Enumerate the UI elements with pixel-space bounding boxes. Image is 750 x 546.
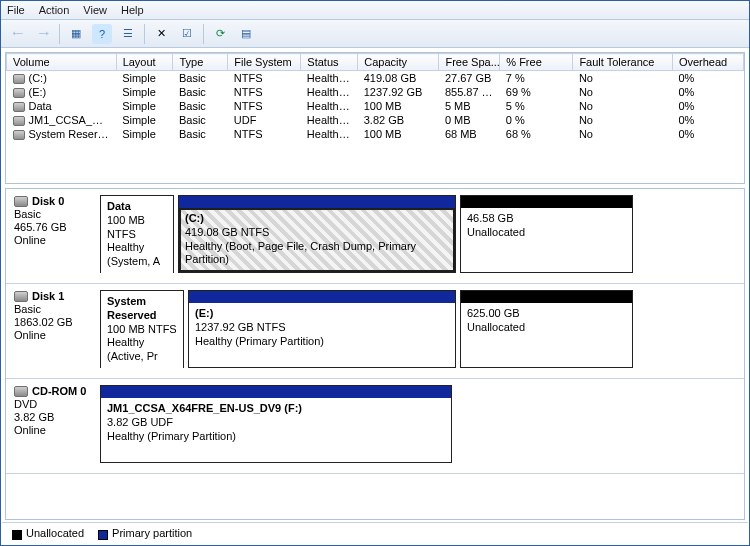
volume-row[interactable]: JM1_CCSA_X64FR...SimpleBasicUDFHealthy (… — [7, 113, 744, 127]
disk-name: Disk 1 — [32, 290, 64, 302]
menu-view[interactable]: View — [83, 4, 107, 16]
disk-row: Disk 1Basic1863.02 GBOnlineSystem Reserv… — [6, 284, 744, 379]
cell: No — [573, 71, 672, 86]
disk-label[interactable]: CD-ROM 0DVD3.82 GBOnline — [6, 379, 100, 473]
cell: Simple — [116, 127, 173, 141]
nav-back-icon[interactable]: ⭠ — [7, 24, 27, 44]
drive-icon — [13, 102, 25, 112]
cell: 419.08 GB — [358, 71, 439, 86]
cell: No — [573, 127, 672, 141]
column-header[interactable]: % Free — [500, 54, 573, 71]
disk-state: Online — [14, 234, 92, 246]
volume-row[interactable]: System Reserved (...SimpleBasicNTFSHealt… — [7, 127, 744, 141]
partition-info: JM1_CCSA_X64FRE_EN-US_DV9 (F:)3.82 GB UD… — [101, 398, 451, 462]
legend-swatch-primary — [98, 530, 108, 540]
cell: (E:) — [7, 85, 117, 99]
cell: Basic — [173, 113, 228, 127]
column-header[interactable]: Status — [301, 54, 358, 71]
disk-state: Online — [14, 329, 92, 341]
partition-status: Healthy (Active, Pr — [107, 336, 158, 362]
partition-color-bar — [179, 196, 455, 208]
cell: 1237.92 GB — [358, 85, 439, 99]
column-header[interactable]: Type — [173, 54, 228, 71]
disk-icon — [14, 386, 28, 397]
menu-help[interactable]: Help — [121, 4, 144, 16]
cell: 68 % — [500, 127, 573, 141]
refresh-icon[interactable]: ⟳ — [210, 24, 230, 44]
partition-status: Unallocated — [467, 226, 525, 238]
nav-forward-icon[interactable]: ⭢ — [33, 24, 53, 44]
cell: NTFS — [228, 127, 301, 141]
column-header[interactable]: Capacity — [358, 54, 439, 71]
disk-map-panel[interactable]: Disk 0Basic465.76 GBOnlineData100 MB NTF… — [5, 188, 745, 520]
properties-icon[interactable]: ☰ — [118, 24, 138, 44]
disk-size: 465.76 GB — [14, 221, 92, 233]
legend: Unallocated Primary partition — [2, 522, 748, 544]
drive-icon — [13, 74, 25, 84]
disk-label[interactable]: Disk 1Basic1863.02 GBOnline — [6, 284, 100, 378]
cell: 100 MB — [358, 127, 439, 141]
cell: Data — [7, 99, 117, 113]
column-header[interactable]: File System — [228, 54, 301, 71]
partition-size: 625.00 GB — [467, 307, 520, 319]
disk-label[interactable]: Disk 0Basic465.76 GBOnline — [6, 189, 100, 283]
partition-title: System Reserved — [107, 295, 157, 321]
partition-size: 1237.92 GB NTFS — [195, 321, 286, 333]
cell: 0% — [672, 113, 743, 127]
cell: UDF — [228, 113, 301, 127]
column-header[interactable]: Layout — [116, 54, 173, 71]
disk-icon — [14, 291, 28, 302]
column-header[interactable]: Volume — [7, 54, 117, 71]
toolbar: ⭠ ⭢ ▦ ? ☰ ✕ ☑ ⟳ ▤ — [1, 20, 749, 48]
partition[interactable]: System Reserved100 MB NTFSHealthy (Activ… — [100, 290, 184, 368]
partition-size: 100 MB NTFS — [107, 214, 145, 240]
partition-size: 100 MB NTFS — [107, 323, 177, 335]
disk-name: CD-ROM 0 — [32, 385, 86, 397]
menubar[interactable]: File Action View Help — [1, 1, 749, 20]
column-header[interactable]: Free Spa... — [439, 54, 500, 71]
partition-status: Healthy (Primary Partition) — [107, 430, 236, 442]
partition-color-bar — [189, 291, 455, 303]
cell: Basic — [173, 71, 228, 86]
show-tree-icon[interactable]: ▦ — [66, 24, 86, 44]
help-icon[interactable]: ? — [92, 24, 112, 44]
partition[interactable]: (E:)1237.92 GB NTFSHealthy (Primary Part… — [188, 290, 456, 368]
cell: 855.87 GB — [439, 85, 500, 99]
partition[interactable]: (C:)419.08 GB NTFSHealthy (Boot, Page Fi… — [178, 195, 456, 273]
cell: Simple — [116, 85, 173, 99]
volume-row[interactable]: (C:)SimpleBasicNTFSHealthy (B...419.08 G… — [7, 71, 744, 86]
partition-info: 625.00 GBUnallocated — [461, 303, 632, 367]
cell: 0 % — [500, 113, 573, 127]
cell: 100 MB — [358, 99, 439, 113]
partition[interactable]: JM1_CCSA_X64FRE_EN-US_DV9 (F:)3.82 GB UD… — [100, 385, 452, 463]
menu-file[interactable]: File — [7, 4, 25, 16]
volume-list[interactable]: VolumeLayoutTypeFile SystemStatusCapacit… — [5, 52, 745, 184]
partition[interactable]: Data100 MB NTFSHealthy (System, A — [100, 195, 174, 273]
cell: NTFS — [228, 85, 301, 99]
disk-partitions: Data100 MB NTFSHealthy (System, A(C:)419… — [100, 189, 744, 283]
cell: Basic — [173, 85, 228, 99]
cell: NTFS — [228, 71, 301, 86]
legend-label-unallocated: Unallocated — [26, 527, 84, 539]
volume-row[interactable]: (E:)SimpleBasicNTFSHealthy (P...1237.92 … — [7, 85, 744, 99]
cell: 3.82 GB — [358, 113, 439, 127]
toolbar-divider — [203, 24, 204, 44]
cell: No — [573, 99, 672, 113]
partition-status: Healthy (Primary Partition) — [195, 335, 324, 347]
partition-unallocated[interactable]: 625.00 GBUnallocated — [460, 290, 633, 368]
volume-row[interactable]: DataSimpleBasicNTFSHealthy (S...100 MB5 … — [7, 99, 744, 113]
cell: Healthy (P... — [301, 113, 358, 127]
cell: 0% — [672, 71, 743, 86]
legend-swatch-unallocated — [12, 530, 22, 540]
cell: 27.67 GB — [439, 71, 500, 86]
menu-action[interactable]: Action — [39, 4, 70, 16]
partition-unallocated[interactable]: 46.58 GBUnallocated — [460, 195, 633, 273]
cell: No — [573, 113, 672, 127]
column-header[interactable]: Fault Tolerance — [573, 54, 672, 71]
list-icon[interactable]: ▤ — [236, 24, 256, 44]
partition-color-bar — [461, 291, 632, 303]
delete-icon[interactable]: ✕ — [151, 24, 171, 44]
partition-title: (C:) — [185, 212, 204, 224]
column-header[interactable]: Overhead — [672, 54, 743, 71]
settings-icon[interactable]: ☑ — [177, 24, 197, 44]
